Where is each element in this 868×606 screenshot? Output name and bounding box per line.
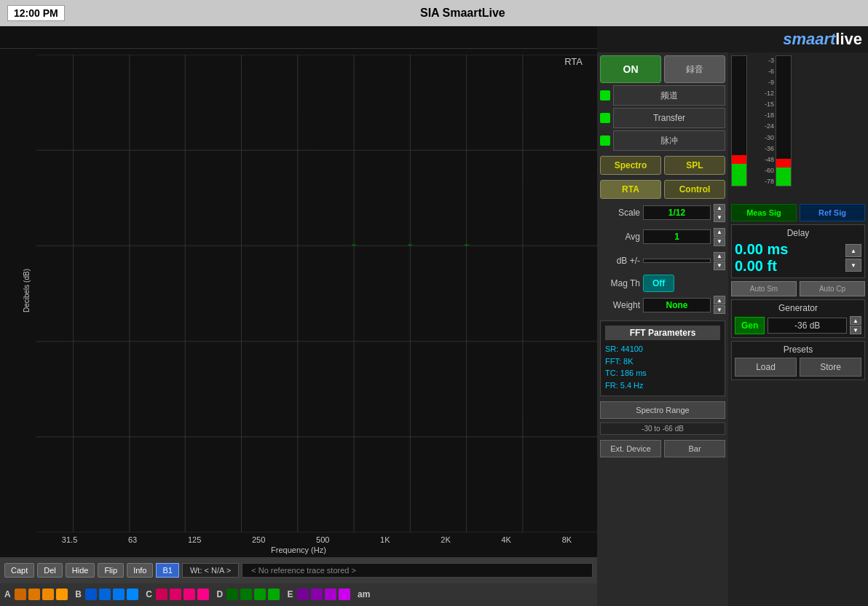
vu-meters: -3 -6 -9 -12 -15 -18 -24 -30 -36 -48 -60… (731, 55, 865, 201)
scale-down-arrow[interactable]: ▼ (714, 213, 725, 222)
weight-down-arrow[interactable]: ▼ (714, 305, 725, 314)
rec-button[interactable]: 録音 (664, 55, 725, 83)
swatch-e-4[interactable] (339, 589, 350, 600)
meas-sig-button[interactable]: Meas Sig (731, 204, 797, 221)
avg-up-arrow[interactable]: ▲ (714, 228, 725, 237)
swatch-a-4[interactable] (56, 589, 68, 600)
del-button[interactable]: Del (37, 563, 63, 578)
auto-cp-button[interactable]: Auto Cp (800, 281, 865, 296)
on-rec-row: ON 録音 (600, 55, 725, 83)
impulse-button[interactable]: 脉冲 (613, 130, 725, 151)
ext-device-button[interactable]: Ext. Device (600, 440, 661, 457)
swatch-d-4[interactable] (268, 589, 280, 600)
gen-down-arrow[interactable]: ▼ (850, 326, 861, 334)
main-chart (36, 55, 597, 532)
x-tick-3: 250 (252, 535, 265, 544)
db-label: dB +/- (600, 256, 640, 266)
presets-title: Presets (735, 345, 861, 355)
delay-ms: 0.00 ms (735, 241, 843, 258)
gen-button[interactable]: Gen (735, 317, 765, 334)
store-button[interactable]: Store (800, 358, 861, 377)
impulse-row: 脉冲 (600, 130, 725, 151)
swatch-c-1[interactable] (156, 589, 167, 600)
delay-nums: 0.00 ms 0.00 ft (735, 241, 843, 275)
control-button[interactable]: Control (664, 180, 725, 199)
chart-title-bar (0, 26, 597, 49)
channel-button[interactable]: 频道 (613, 85, 725, 106)
delay-up-arrow[interactable]: ▲ (845, 244, 861, 257)
on-button[interactable]: ON (600, 55, 661, 83)
weight-arrows: ▲ ▼ (714, 296, 725, 314)
swatch-e-2[interactable] (311, 589, 323, 600)
y-axis-label: Decibels (dB) (23, 269, 31, 312)
spectro-range-button[interactable]: Spectro Range (600, 401, 725, 419)
swatch-a-2[interactable] (28, 589, 40, 600)
mag-th-value[interactable]: Off (643, 275, 674, 292)
db-row: dB +/- ▲ ▼ (600, 251, 725, 271)
mode-btns-row2: RTA Control (600, 180, 725, 199)
b1-button[interactable]: B1 (156, 563, 178, 578)
db-value (643, 259, 711, 263)
swatch-a-3[interactable] (42, 589, 54, 600)
delay-section: Delay 0.00 ms 0.00 ft ▲ ▼ (731, 224, 865, 278)
delay-values: 0.00 ms 0.00 ft ▲ ▼ (735, 241, 861, 275)
delay-title: Delay (735, 228, 861, 238)
bar-button[interactable]: Bar (664, 440, 725, 457)
flip-button[interactable]: Flip (98, 563, 124, 578)
transfer-button[interactable]: Transfer (613, 108, 725, 128)
fft-fr: FR: 5.4 Hz (605, 379, 720, 392)
x-tick-6: 2K (441, 535, 450, 544)
swatch-d-letter: D (216, 589, 223, 599)
x-tick-1: 63 (128, 535, 137, 544)
spectro-button[interactable]: Spectro (600, 156, 661, 175)
vu-tick-3: -12 (749, 90, 774, 97)
swatch-b-3[interactable] (113, 589, 125, 600)
auto-sm-button[interactable]: Auto Sm (731, 281, 797, 296)
gen-up-arrow[interactable]: ▲ (850, 316, 861, 325)
vu-tick-4: -15 (749, 101, 774, 108)
swatch-d-1[interactable] (226, 589, 238, 600)
swatch-e-3[interactable] (325, 589, 336, 600)
ref-sig-button[interactable]: Ref Sig (800, 204, 865, 221)
delay-down-arrow[interactable]: ▼ (845, 259, 861, 272)
vu-tick-1: -6 (749, 68, 774, 75)
scale-value: 1/12 (643, 205, 711, 220)
weight-up-arrow[interactable]: ▲ (714, 296, 725, 304)
vu-level-right (776, 168, 791, 186)
main-layout: RTA Decibels (dB) 31.5 63 125 250 500 1K… (0, 26, 868, 606)
swatch-b-4[interactable] (127, 589, 138, 600)
hide-button[interactable]: Hide (66, 563, 95, 578)
swatch-d-2[interactable] (240, 589, 252, 600)
db-down-arrow[interactable]: ▼ (714, 261, 725, 270)
vu-bar-left (731, 55, 747, 186)
swatch-b-2[interactable] (99, 589, 111, 600)
swatch-c-2[interactable] (170, 589, 181, 600)
scale-label: Scale (600, 208, 640, 218)
capt-button[interactable]: Capt (4, 563, 34, 578)
db-up-arrow[interactable]: ▲ (714, 252, 725, 261)
swatch-d-3[interactable] (254, 589, 266, 600)
load-button[interactable]: Load (735, 358, 797, 377)
avg-down-arrow[interactable]: ▼ (714, 237, 725, 246)
spl-button[interactable]: SPL (664, 156, 725, 175)
swatch-b-1[interactable] (85, 589, 97, 600)
vu-tick-8: -36 (749, 145, 774, 152)
vu-left (731, 55, 747, 201)
left-controls: ON 録音 频道 Transfer 脉冲 (597, 52, 728, 606)
swatch-e-1[interactable] (297, 589, 309, 600)
swatch-a-1[interactable] (15, 589, 26, 600)
right-panel: smaart live ON 録音 频道 Transfer (597, 26, 868, 606)
generator-section: Generator Gen -36 dB ▲ ▼ (731, 299, 865, 338)
swatch-c-3[interactable] (184, 589, 195, 600)
scale-up-arrow[interactable]: ▲ (714, 204, 725, 213)
fft-params: SR: 44100 FFT: 8K TC: 186 ms FR: 5.4 Hz (605, 343, 720, 391)
fft-title[interactable]: FFT Parameters (605, 326, 720, 340)
transfer-indicator (600, 113, 610, 123)
gen-row: Gen -36 dB ▲ ▼ (735, 316, 861, 334)
vu-scale: -3 -6 -9 -12 -15 -18 -24 -30 -36 -48 -60… (749, 55, 774, 186)
info-button[interactable]: Info (127, 563, 153, 578)
rta-button[interactable]: RTA (600, 180, 661, 199)
x-tick-2: 125 (188, 535, 201, 544)
swatch-c-4[interactable] (197, 589, 209, 600)
vu-clip-right (776, 159, 791, 168)
